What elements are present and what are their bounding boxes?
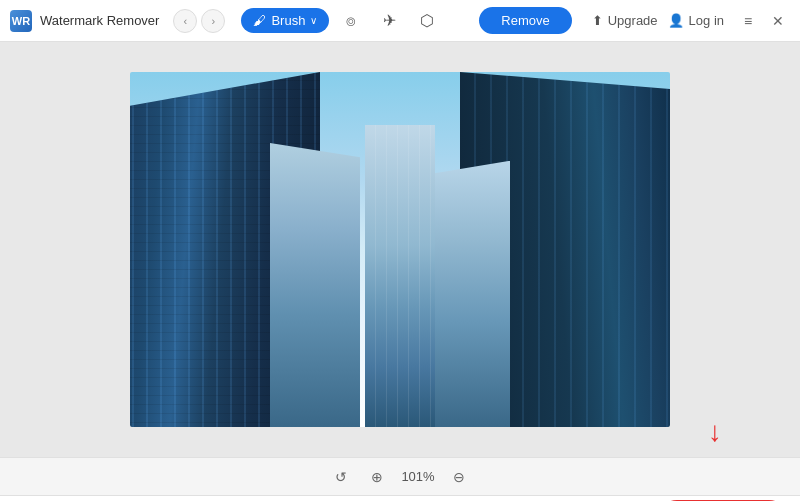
rotate-button[interactable]: ↺ [328,464,354,490]
remove-button[interactable]: Remove [479,7,571,34]
rotate-icon: ↺ [335,469,347,485]
brush-icon: 🖌 [253,13,266,28]
image-canvas [130,72,670,427]
brush-chevron-icon: ∨ [310,15,317,26]
close-button[interactable]: ✕ [766,9,790,33]
brush-tool-button[interactable]: 🖌 Brush ∨ [241,8,329,33]
zoom-in-icon: ⊕ [371,469,383,485]
window-controls: ≡ ✕ [736,9,790,33]
building-image [130,72,670,427]
pin-tool-button[interactable]: ✈ [373,5,405,37]
toolbar-tools: 🖌 Brush ∨ ⌾ ✈ ⬡ [241,5,443,37]
app-title: Watermark Remover [40,13,159,28]
left-center-building [270,143,360,427]
zoom-bar: ↺ ⊕ 101% ⊖ [0,457,800,495]
arrow-indicator: ↓ [708,418,722,446]
upgrade-label: Upgrade [608,13,658,28]
login-label: Log in [689,13,724,28]
bottom-bar: New Image Crop Download ⬇ [0,495,800,501]
right-center-building [430,161,510,427]
header-right: ⬆ Upgrade 👤 Log in [592,13,724,28]
zoom-level: 101% [400,469,436,484]
lasso-tool-button[interactable]: ⌾ [335,5,367,37]
center-building-overlay [365,125,435,427]
zoom-in-button[interactable]: ⊕ [364,464,390,490]
lasso-icon: ⌾ [346,12,356,30]
pin-icon: ✈ [383,11,396,30]
canvas-area [0,42,800,457]
forward-button[interactable]: › [201,9,225,33]
brush-label: Brush [271,13,305,28]
zoom-out-button[interactable]: ⊖ [446,464,472,490]
login-button[interactable]: 👤 Log in [668,13,724,28]
titlebar: WR Watermark Remover ‹ › 🖌 Brush ∨ ⌾ ✈ ⬡… [0,0,800,42]
back-button[interactable]: ‹ [173,9,197,33]
zoom-out-icon: ⊖ [453,469,465,485]
upgrade-icon: ⬆ [592,13,603,28]
app-logo: WR [10,10,32,32]
login-icon: 👤 [668,13,684,28]
eraser-tool-button[interactable]: ⬡ [411,5,443,37]
eraser-icon: ⬡ [420,11,434,30]
nav-buttons: ‹ › [173,9,225,33]
menu-icon[interactable]: ≡ [736,9,760,33]
upgrade-button[interactable]: ⬆ Upgrade [592,13,658,28]
